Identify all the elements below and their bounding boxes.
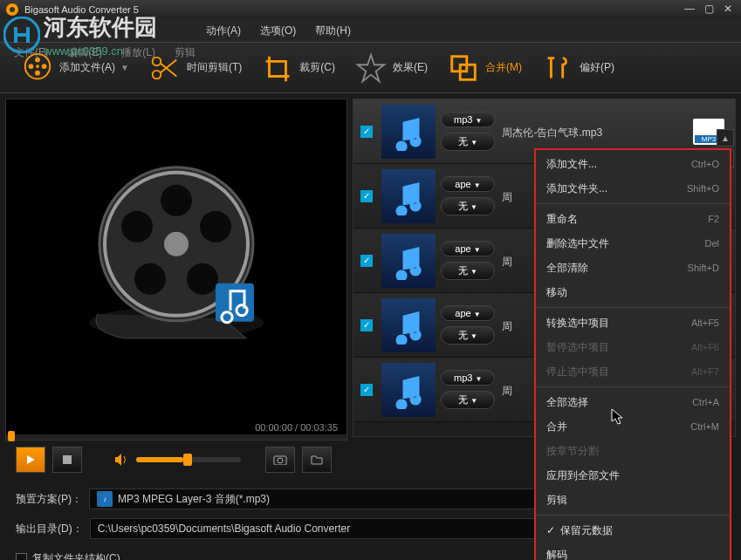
file-thumbnail [381, 105, 436, 159]
context-separator [536, 203, 730, 204]
merge-button[interactable]: 合并(M) [447, 51, 522, 85]
svg-point-25 [278, 458, 283, 463]
merge-icon [447, 51, 480, 85]
move-up-button[interactable]: ▲ [717, 129, 734, 147]
context-item[interactable]: 删除选中文件Del [536, 231, 730, 256]
svg-point-7 [35, 70, 40, 75]
file-checkbox[interactable]: ✓ [360, 319, 373, 331]
context-item[interactable]: 转换选中项目Alt+F5 [536, 311, 730, 335]
preview-panel: 00:00:00 / 00:03:35 [5, 99, 347, 440]
film-reel-graphic [72, 148, 281, 358]
file-checkbox[interactable]: ✓ [360, 384, 373, 396]
folder-button[interactable] [302, 447, 332, 473]
svg-point-10 [153, 70, 161, 79]
file-checkbox[interactable]: ✓ [360, 190, 373, 202]
context-item[interactable]: 合并Ctrl+M [536, 414, 730, 439]
subtitle-badge[interactable]: 无 ▼ [441, 326, 495, 345]
context-separator [536, 515, 730, 516]
snapshot-button[interactable] [265, 447, 295, 473]
effect-button[interactable]: 效果(E) [354, 51, 428, 85]
subtitle-badge[interactable]: 无 ▼ [441, 391, 495, 409]
minimize-button[interactable]: — [682, 3, 697, 17]
maximize-button[interactable]: ▢ [701, 3, 717, 17]
output-label: 输出目录(D)： [16, 522, 83, 536]
profile-label: 预置方案(P)： [16, 492, 82, 507]
close-button[interactable]: ✕ [720, 3, 736, 17]
format-badge[interactable]: mp3 ▼ [441, 370, 495, 386]
preview-progress[interactable] [6, 434, 346, 440]
context-item[interactable]: 重命名F2 [536, 207, 730, 231]
subtitle-badge[interactable]: 无 ▼ [441, 197, 495, 215]
stop-button[interactable] [52, 447, 82, 473]
tools-icon [541, 51, 574, 85]
file-thumbnail [381, 234, 436, 288]
crop-icon [261, 51, 294, 85]
svg-point-20 [121, 211, 153, 242]
subtitle-badge[interactable]: 无 ▼ [441, 262, 495, 280]
context-separator [536, 307, 730, 308]
menu-option[interactable]: 选项(O) [255, 20, 301, 42]
watermark-text: 河东软件园 [44, 12, 157, 43]
svg-point-16 [161, 185, 192, 216]
svg-point-5 [29, 64, 34, 69]
watermark-url: www.pc0359.cn [44, 44, 157, 58]
mp3-icon: ♪ [97, 491, 113, 507]
format-badge[interactable]: mp3 ▼ [441, 112, 495, 127]
watermark-icon [3, 17, 40, 53]
format-badge[interactable]: ape ▼ [441, 176, 495, 192]
context-menu: 添加文件...Ctrl+O添加文件夹...Shift+O重命名F2删除选中文件D… [534, 148, 731, 560]
file-checkbox[interactable]: ✓ [360, 126, 373, 138]
svg-rect-23 [63, 455, 72, 464]
menu-action[interactable]: 动作(A) [201, 20, 246, 42]
preview-time: 00:00:00 / 00:03:35 [255, 422, 338, 433]
context-item: 停止选中项目Alt+F7 [536, 359, 730, 384]
svg-point-21 [164, 232, 189, 256]
context-item[interactable]: 添加文件...Ctrl+O [536, 152, 730, 176]
menu-help[interactable]: 帮助(H) [310, 20, 356, 42]
watermark: 河东软件园 www.pc0359.cn [3, 12, 157, 58]
crop-button[interactable]: 裁剪(C) [261, 51, 335, 85]
file-thumbnail [381, 363, 436, 417]
file-thumbnail [381, 298, 436, 352]
context-item[interactable]: 应用到全部文件 [536, 463, 730, 488]
context-item[interactable]: 全部清除Shift+D [536, 256, 730, 280]
menu-clip[interactable]: 剪辑 [169, 42, 201, 64]
volume-icon [113, 452, 129, 468]
file-thumbnail [381, 169, 436, 223]
context-item[interactable]: 全部选择Ctrl+A [536, 390, 730, 414]
context-separator [536, 386, 730, 387]
context-item: 按章节分割 [536, 439, 730, 463]
svg-point-18 [187, 263, 218, 295]
file-checkbox[interactable]: ✓ [360, 255, 373, 267]
svg-point-6 [42, 64, 47, 69]
volume-slider[interactable] [136, 457, 241, 462]
subtitle-badge[interactable]: 无 ▼ [441, 133, 495, 151]
copy-struct-checkbox[interactable]: 复制文件夹结构(C) [16, 551, 120, 561]
context-item[interactable]: 解码 [536, 543, 730, 560]
cursor-icon [611, 408, 625, 426]
star-icon [354, 51, 388, 85]
svg-point-17 [200, 211, 231, 242]
format-badge[interactable]: ape ▼ [441, 305, 495, 321]
context-item[interactable]: 移动 [536, 280, 730, 304]
svg-point-8 [36, 65, 39, 68]
context-item[interactable]: ✓保留元数据 [536, 518, 730, 543]
context-item[interactable]: 添加文件夹...Shift+O [536, 176, 730, 201]
format-badge[interactable]: ape ▼ [441, 241, 495, 256]
play-button[interactable] [16, 447, 45, 473]
context-item[interactable]: 剪辑 [536, 488, 730, 512]
preferences-button[interactable]: 偏好(P) [541, 51, 614, 85]
svg-point-19 [134, 263, 166, 295]
context-item: 暂停选中项目Alt+F6 [536, 335, 730, 359]
file-name: 周杰伦-告白气球.mp3 [502, 122, 693, 140]
